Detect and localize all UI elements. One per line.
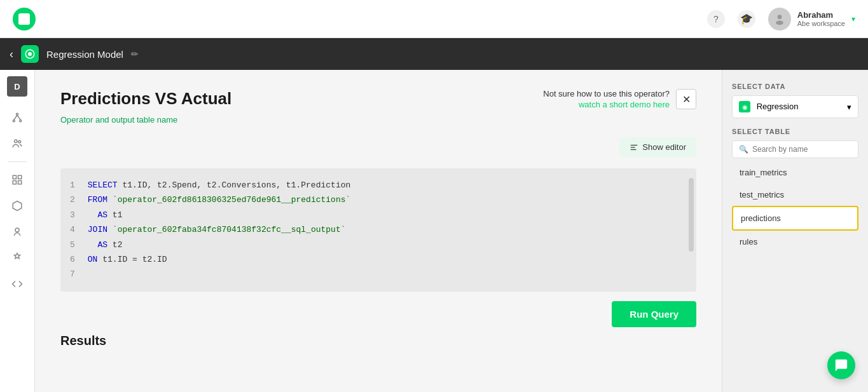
top-bar-right: ? 🎓 Abraham Abe workspace ▾ xyxy=(707,8,855,30)
editor-btn-row: Show editor xyxy=(60,137,696,163)
sidebar-item-analytics[interactable] xyxy=(6,220,29,243)
select-table-label: SELECT TABLE xyxy=(732,128,858,135)
run-query-button[interactable]: Run Query xyxy=(612,301,696,327)
sidebar-item-code[interactable] xyxy=(6,273,29,295)
user-workspace: Abe workspace xyxy=(797,20,845,27)
sidebar-user-avatar: D xyxy=(7,76,27,97)
not-sure-text: Not sure how to use this operator? xyxy=(543,89,670,98)
demo-notice: Not sure how to use this operator? watch… xyxy=(543,89,670,110)
watch-demo-link[interactable]: watch a short demo here xyxy=(579,100,670,109)
user-info: Abraham Abe workspace xyxy=(797,10,845,27)
svg-point-5 xyxy=(13,120,15,122)
table-item-test-metrics[interactable]: test_metrics xyxy=(732,184,858,206)
svg-point-3 xyxy=(28,52,32,56)
dropdown-chevron-icon: ▾ xyxy=(847,102,851,112)
user-chevron-icon[interactable]: ▾ xyxy=(851,15,855,24)
user-area[interactable]: Abraham Abe workspace ▾ xyxy=(768,8,855,30)
selected-data-value: Regression xyxy=(757,102,799,111)
logo-area xyxy=(13,8,36,30)
sidebar-item-ai[interactable] xyxy=(6,247,29,269)
user-name: Abraham xyxy=(797,10,845,20)
project-name: Regression Model xyxy=(46,49,123,60)
close-button[interactable]: ✕ xyxy=(676,89,696,109)
header-right: Not sure how to use this operator? watch… xyxy=(543,89,696,110)
select-data-dropdown[interactable]: ◉ Regression ▾ xyxy=(732,95,858,118)
svg-rect-14 xyxy=(18,181,22,184)
svg-rect-11 xyxy=(13,175,16,179)
edit-icon[interactable]: ✏ xyxy=(131,49,139,59)
project-bar: ‹ Regression Model ✏ xyxy=(0,38,868,70)
code-scrollbar[interactable] xyxy=(689,178,694,252)
svg-point-10 xyxy=(18,140,21,143)
chat-fab-button[interactable] xyxy=(827,351,855,379)
sidebar-divider xyxy=(8,161,27,162)
project-icon xyxy=(21,45,39,63)
select-table-section: SELECT TABLE 🔍 train_metrics test_metric… xyxy=(732,128,858,253)
line-numbers: 1234567 xyxy=(70,178,75,282)
code-content: 1234567 SELECT t1.ID, t2.Spend, t2.Conve… xyxy=(70,178,687,282)
code-editor[interactable]: 1234567 SELECT t1.ID, t2.Spend, t2.Conve… xyxy=(60,168,696,292)
back-button[interactable]: ‹ xyxy=(10,48,13,61)
dropdown-icon: ◉ xyxy=(739,101,750,112)
table-item-predictions[interactable]: predictions xyxy=(732,206,858,231)
run-query-row: Run Query xyxy=(60,301,696,327)
table-item-rules[interactable]: rules xyxy=(732,231,858,253)
svg-marker-15 xyxy=(13,201,22,211)
svg-point-6 xyxy=(20,120,22,122)
search-input[interactable] xyxy=(752,145,851,154)
svg-line-7 xyxy=(14,115,17,120)
page-header: Predictions VS Actual Not sure how to us… xyxy=(60,89,696,110)
sidebar-item-network[interactable] xyxy=(6,106,29,129)
sidebar-item-grid[interactable] xyxy=(6,168,29,191)
select-data-section: SELECT DATA ◉ Regression ▾ xyxy=(732,83,858,118)
sidebar-item-users[interactable] xyxy=(6,132,29,155)
svg-rect-12 xyxy=(18,175,22,179)
right-panel: SELECT DATA ◉ Regression ▾ SELECT TABLE … xyxy=(722,70,868,392)
show-editor-button[interactable]: Show editor xyxy=(619,137,696,157)
svg-point-4 xyxy=(17,113,18,115)
app-logo[interactable] xyxy=(13,8,36,30)
svg-point-16 xyxy=(15,228,19,232)
svg-line-8 xyxy=(17,115,20,120)
help-icon[interactable]: ? xyxy=(707,10,725,28)
top-bar: ? 🎓 Abraham Abe workspace ▾ xyxy=(0,0,868,38)
page-title: Predictions VS Actual xyxy=(60,89,231,109)
table-item-train-metrics[interactable]: train_metrics xyxy=(732,161,858,184)
logo-inner xyxy=(18,13,30,25)
svg-point-9 xyxy=(15,140,18,143)
learn-icon[interactable]: 🎓 xyxy=(738,10,755,28)
main-layout: D xyxy=(0,70,868,392)
operator-label: Operator and output table name xyxy=(60,115,696,125)
search-row: 🔍 xyxy=(732,140,858,158)
sidebar-item-hexagon[interactable] xyxy=(6,194,29,217)
results-section: Results xyxy=(60,334,696,348)
code-lines: SELECT t1.ID, t2.Spend, t2.Conversions, … xyxy=(88,178,687,282)
table-list: train_metrics test_metrics predictions r… xyxy=(732,161,858,253)
select-data-label: SELECT DATA xyxy=(732,83,858,90)
user-avatar xyxy=(768,8,791,30)
svg-point-1 xyxy=(776,20,783,25)
svg-point-0 xyxy=(777,15,782,19)
show-editor-label: Show editor xyxy=(642,142,686,152)
content-area: Predictions VS Actual Not sure how to us… xyxy=(35,70,722,392)
left-sidebar: D xyxy=(0,70,35,392)
results-title: Results xyxy=(60,334,696,348)
search-icon: 🔍 xyxy=(739,145,748,154)
svg-rect-13 xyxy=(13,181,16,184)
